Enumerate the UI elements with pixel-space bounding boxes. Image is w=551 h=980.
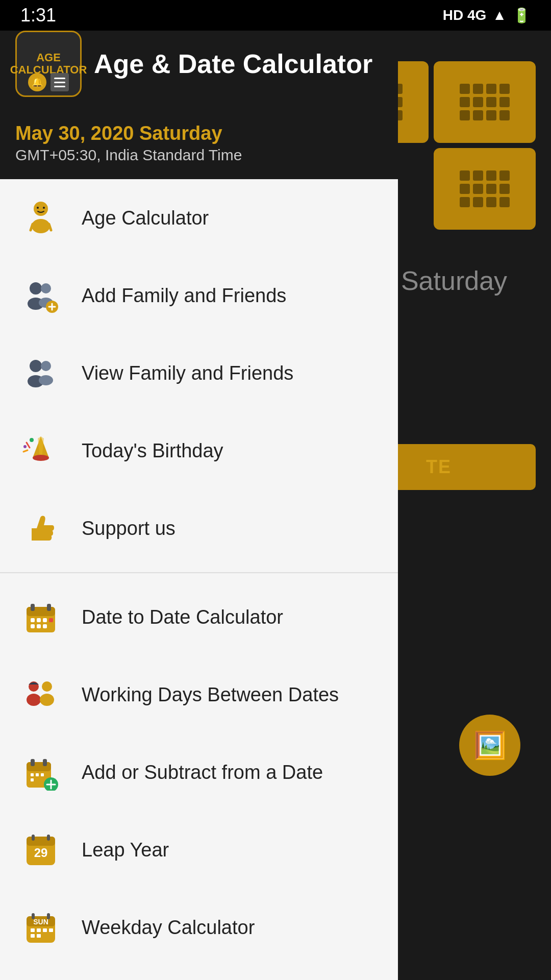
menu-item-weekday[interactable]: SUN Weekday Calculator [0, 889, 398, 966]
navigation-drawer: AGE CALCULATOR 🔔 Age & Date Calculator M… [0, 0, 398, 980]
weekday-label: Weekday Calculator [82, 917, 255, 939]
svg-point-19 [33, 455, 49, 461]
bell-icon: 🔔 [28, 73, 46, 91]
svg-line-5 [49, 224, 51, 230]
timezone: GMT+05:30, India Standard Time [15, 146, 383, 164]
menu-item-support[interactable]: Support us [0, 489, 398, 567]
bg-fab-button: 🖼️ [459, 715, 520, 776]
svg-rect-42 [43, 759, 47, 766]
app-icon-text: AGE CALCULATOR [10, 52, 87, 76]
current-date: May 30, 2020 Saturday [15, 122, 383, 144]
svg-point-2 [37, 207, 39, 209]
svg-rect-63 [49, 928, 53, 932]
svg-text:SUN: SUN [33, 918, 48, 926]
svg-point-23 [23, 445, 27, 448]
svg-rect-32 [31, 624, 35, 628]
app-title: Age & Date Calculator [94, 48, 372, 79]
app-icon-bottom: 🔔 [17, 73, 80, 91]
leap-year-icon: 29 [20, 829, 61, 870]
svg-rect-60 [31, 928, 35, 932]
svg-rect-59 [47, 913, 50, 919]
svg-point-3 [43, 207, 45, 209]
svg-rect-65 [37, 934, 41, 938]
battery-icon: 🔋 [513, 7, 531, 24]
menu-item-add-subtract[interactable]: Add or Subtract from a Date [0, 733, 398, 811]
svg-point-6 [30, 282, 42, 295]
svg-rect-30 [43, 618, 47, 622]
menu-item-view-family[interactable]: View Family and Friends [0, 334, 398, 412]
svg-rect-41 [31, 759, 35, 766]
svg-point-36 [27, 694, 41, 706]
svg-rect-58 [32, 913, 35, 919]
birthday-icon [20, 430, 61, 471]
network-label: HD 4G [443, 7, 487, 23]
birthday-label: Today's Birthday [82, 440, 223, 462]
status-icons: HD 4G ▲ 🔋 [443, 7, 531, 24]
svg-line-4 [31, 224, 33, 230]
svg-rect-46 [31, 778, 34, 781]
svg-rect-51 [27, 837, 55, 846]
status-bar: 1:31 HD 4G ▲ 🔋 [0, 0, 551, 31]
support-icon [20, 508, 61, 549]
svg-rect-28 [31, 618, 35, 622]
view-family-label: View Family and Friends [82, 362, 293, 384]
menu-item-working-days[interactable]: Working Days Between Dates [0, 656, 398, 733]
svg-rect-31 [49, 618, 53, 622]
svg-line-21 [23, 450, 28, 452]
svg-rect-26 [31, 604, 35, 611]
hamburger-icon[interactable] [51, 73, 69, 91]
svg-line-20 [27, 443, 30, 448]
weekday-icon: SUN [20, 907, 61, 948]
menu-item-add-family[interactable]: Add Family and Friends [0, 257, 398, 334]
svg-rect-44 [36, 773, 39, 776]
datetime-section: May 30, 2020 Saturday GMT+05:30, India S… [0, 112, 398, 179]
app-icon: AGE CALCULATOR 🔔 [15, 31, 82, 97]
svg-point-8 [41, 283, 51, 293]
menu-divider [0, 572, 398, 573]
menu-item-age-calculator[interactable]: Age Calculator [0, 179, 398, 257]
svg-point-37 [42, 681, 52, 692]
svg-rect-43 [31, 773, 34, 776]
date-to-date-icon [20, 597, 61, 638]
svg-rect-53 [32, 835, 35, 841]
svg-rect-62 [43, 928, 47, 932]
svg-point-15 [41, 361, 51, 371]
bg-calendar-2 [434, 61, 536, 143]
svg-rect-45 [41, 773, 44, 776]
add-family-icon [20, 275, 61, 316]
add-subtract-label: Add or Subtract from a Date [82, 762, 323, 783]
svg-rect-29 [37, 618, 41, 622]
signal-icon: ▲ [492, 7, 507, 23]
svg-point-1 [32, 219, 50, 233]
date-to-date-label: Date to Date Calculator [82, 606, 283, 628]
svg-rect-27 [47, 604, 51, 611]
add-subtract-icon [20, 752, 61, 793]
svg-point-0 [34, 202, 48, 216]
svg-rect-33 [37, 624, 41, 628]
svg-point-13 [30, 360, 42, 372]
menu-item-date-to-date[interactable]: Date to Date Calculator [0, 578, 398, 656]
svg-rect-40 [27, 762, 51, 771]
support-label: Support us [82, 518, 176, 540]
svg-rect-34 [43, 624, 47, 628]
status-time: 1:31 [20, 5, 56, 26]
svg-point-22 [30, 438, 34, 442]
bg-calc-button-text: TE [426, 456, 452, 478]
working-days-icon [20, 674, 61, 715]
working-days-label: Working Days Between Dates [82, 684, 339, 706]
bg-calendar-3 [434, 148, 536, 230]
svg-text:29: 29 [34, 846, 48, 860]
menu-list: Age Calculator Add Family and Friends [0, 179, 398, 980]
add-family-label: Add Family and Friends [82, 285, 286, 307]
age-calculator-label: Age Calculator [82, 207, 209, 229]
view-family-icon [20, 353, 61, 394]
svg-point-38 [40, 694, 54, 706]
leap-year-label: Leap Year [82, 839, 169, 861]
svg-rect-64 [31, 934, 35, 938]
svg-point-16 [39, 375, 53, 385]
svg-rect-61 [37, 928, 41, 932]
menu-item-birthday[interactable]: Today's Birthday [0, 412, 398, 489]
age-calculator-icon [20, 198, 61, 238]
svg-rect-54 [47, 835, 50, 841]
menu-item-leap-year[interactable]: 29 Leap Year [0, 811, 398, 889]
